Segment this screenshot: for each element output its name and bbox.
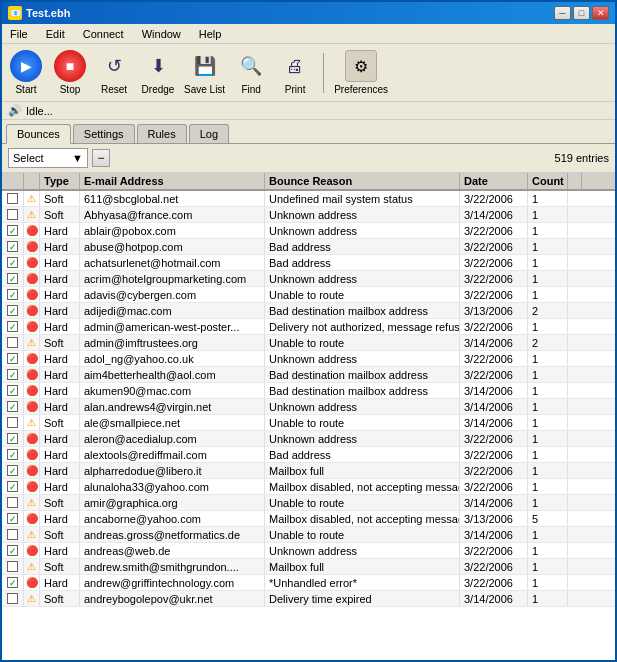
table-row[interactable]: ✓🔴Hardakumen90@mac.comBad destination ma…: [2, 383, 615, 399]
row-checkbox[interactable]: ✓: [2, 383, 24, 398]
row-checkbox[interactable]: ✓: [2, 543, 24, 558]
row-checkbox[interactable]: ✓: [2, 351, 24, 366]
error-icon: 🔴: [26, 513, 38, 524]
row-checkbox[interactable]: ✓: [2, 255, 24, 270]
minimize-button[interactable]: ─: [554, 6, 571, 20]
row-date: 3/22/2006: [460, 575, 528, 590]
status-icon: 🔊: [8, 104, 22, 117]
close-button[interactable]: ✕: [592, 6, 609, 20]
menu-connect[interactable]: Connect: [79, 27, 128, 41]
tab-log[interactable]: Log: [189, 124, 229, 143]
tab-rules[interactable]: Rules: [137, 124, 187, 143]
table-row[interactable]: ⚠Softandrew.smith@smithgrundon....Mailbo…: [2, 559, 615, 575]
row-checkbox[interactable]: ✓: [2, 447, 24, 462]
row-checkbox[interactable]: ✓: [2, 303, 24, 318]
menu-file[interactable]: File: [6, 27, 32, 41]
row-status-icon: 🔴: [24, 303, 40, 318]
table-row[interactable]: ⚠SoftAbhyasa@france.comUnknown address3/…: [2, 207, 615, 223]
table-row[interactable]: ⚠Softadmin@imftrustees.orgUnable to rout…: [2, 335, 615, 351]
start-button[interactable]: ▶ Start: [8, 50, 44, 95]
row-checkbox[interactable]: [2, 495, 24, 510]
row-checkbox[interactable]: [2, 191, 24, 206]
row-checkbox[interactable]: [2, 559, 24, 574]
table-row[interactable]: ⚠Softandreybogolepov@ukr.netDelivery tim…: [2, 591, 615, 607]
table-row[interactable]: ✓🔴Hardaleron@acedialup.comUnknown addres…: [2, 431, 615, 447]
row-type: Soft: [40, 415, 80, 430]
row-type: Hard: [40, 543, 80, 558]
row-checkbox[interactable]: ✓: [2, 367, 24, 382]
dropdown-arrow-icon: ▼: [72, 152, 83, 164]
table-row[interactable]: ✓🔴Hardaim4betterhealth@aol.comBad destin…: [2, 367, 615, 383]
table-row[interactable]: ✓🔴Hardalan.andrews4@virgin.netUnknown ad…: [2, 399, 615, 415]
row-checkbox[interactable]: [2, 415, 24, 430]
table-row[interactable]: ⚠Softamir@graphica.orgUnable to route3/1…: [2, 495, 615, 511]
print-button[interactable]: 🖨 Print: [277, 50, 313, 95]
row-checkbox[interactable]: ✓: [2, 463, 24, 478]
tab-bounces[interactable]: Bounces: [6, 124, 71, 144]
table-row[interactable]: ✓🔴Hardabuse@hotpop.comBad address3/22/20…: [2, 239, 615, 255]
row-reason: Unable to route: [265, 527, 460, 542]
table-row[interactable]: ✓🔴Hardadijedi@mac.comBad destination mai…: [2, 303, 615, 319]
row-checkbox[interactable]: ✓: [2, 319, 24, 334]
row-date: 3/22/2006: [460, 463, 528, 478]
row-email: alpharredodue@libero.it: [80, 463, 265, 478]
checkbox-icon: [7, 193, 18, 204]
table-row[interactable]: ✓🔴Hardablair@pobox.comUnknown address3/2…: [2, 223, 615, 239]
row-checkbox[interactable]: [2, 335, 24, 350]
table-row[interactable]: ✓🔴Hardancaborne@yahoo.comMailbox disable…: [2, 511, 615, 527]
checkbox-icon: ✓: [7, 401, 18, 412]
minus-button[interactable]: −: [92, 149, 110, 167]
error-icon: 🔴: [26, 305, 38, 316]
col-header-email[interactable]: E-mail Address: [80, 173, 265, 189]
table-row[interactable]: ✓🔴Hardadol_ng@yahoo.co.ukUnknown address…: [2, 351, 615, 367]
row-checkbox[interactable]: [2, 591, 24, 606]
col-header-date[interactable]: Date: [460, 173, 528, 189]
table-row[interactable]: ⚠Softale@smallpiece.netUnable to route3/…: [2, 415, 615, 431]
menu-window[interactable]: Window: [138, 27, 185, 41]
menu-edit[interactable]: Edit: [42, 27, 69, 41]
row-checkbox[interactable]: ✓: [2, 399, 24, 414]
table-row[interactable]: ⚠Softandreas.gross@netformatics.deUnable…: [2, 527, 615, 543]
row-checkbox[interactable]: [2, 527, 24, 542]
table-row[interactable]: ✓🔴Hardacrim@hotelgroupmarketing.comUnkno…: [2, 271, 615, 287]
error-icon: 🔴: [26, 465, 38, 476]
table-row[interactable]: ✓🔴Hardalpharredodue@libero.itMailbox ful…: [2, 463, 615, 479]
table-row[interactable]: ⚠Soft611@sbcglobal.netUndefined mail sys…: [2, 191, 615, 207]
row-checkbox[interactable]: ✓: [2, 511, 24, 526]
col-header-reason[interactable]: Bounce Reason: [265, 173, 460, 189]
row-type: Hard: [40, 383, 80, 398]
row-checkbox[interactable]: ✓: [2, 479, 24, 494]
table-row[interactable]: ✓🔴Hardalunaloha33@yahoo.comMailbox disab…: [2, 479, 615, 495]
table-row[interactable]: ✓🔴Hardachatsurlenet@hotmail.comBad addre…: [2, 255, 615, 271]
table-row[interactable]: ✓🔴Hardalextools@rediffmail.comBad addres…: [2, 447, 615, 463]
row-checkbox[interactable]: ✓: [2, 287, 24, 302]
table-row[interactable]: ✓🔴Hardadavis@cybergen.comUnable to route…: [2, 287, 615, 303]
row-checkbox[interactable]: [2, 207, 24, 222]
menu-help[interactable]: Help: [195, 27, 226, 41]
error-icon: 🔴: [26, 449, 38, 460]
col-header-count[interactable]: Count: [528, 173, 568, 189]
select-dropdown[interactable]: Select ▼: [8, 148, 88, 168]
row-email: aleron@acedialup.com: [80, 431, 265, 446]
row-reason: Bad address: [265, 447, 460, 462]
maximize-button[interactable]: □: [573, 6, 590, 20]
col-header-type[interactable]: Type: [40, 173, 80, 189]
table-row[interactable]: ✓🔴Hardadmin@american-west-poster...Deliv…: [2, 319, 615, 335]
title-bar-buttons: ─ □ ✕: [554, 6, 609, 20]
row-checkbox[interactable]: ✓: [2, 223, 24, 238]
stop-button[interactable]: ■ Stop: [52, 50, 88, 95]
reset-button[interactable]: ↺ Reset: [96, 50, 132, 95]
row-checkbox[interactable]: ✓: [2, 575, 24, 590]
save-list-button[interactable]: 💾 Save List: [184, 50, 225, 95]
dredge-button[interactable]: ⬇ Dredge: [140, 50, 176, 95]
table-row[interactable]: ✓🔴Hardandreas@web.deUnknown address3/22/…: [2, 543, 615, 559]
preferences-button[interactable]: ⚙ Preferences: [334, 50, 388, 95]
tab-settings[interactable]: Settings: [73, 124, 135, 143]
row-date: 3/22/2006: [460, 479, 528, 494]
row-checkbox[interactable]: ✓: [2, 271, 24, 286]
row-checkbox[interactable]: ✓: [2, 239, 24, 254]
find-button[interactable]: 🔍 Find: [233, 50, 269, 95]
row-count: 1: [528, 319, 568, 334]
row-checkbox[interactable]: ✓: [2, 431, 24, 446]
table-row[interactable]: ✓🔴Hardandrew@griffintechnology.com*Unhan…: [2, 575, 615, 591]
